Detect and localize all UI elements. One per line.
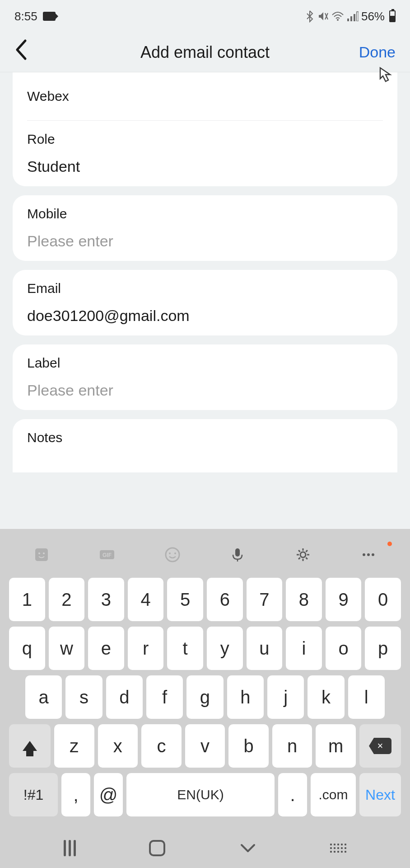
svg-point-12 (174, 552, 176, 554)
keyboard-keys: 1 2 3 4 5 6 7 8 9 0 q w e r t y u i o p … (0, 574, 410, 828)
role-label: Role (27, 132, 383, 147)
navigation-bar (0, 828, 410, 868)
svg-point-7 (43, 552, 45, 554)
key-l[interactable]: l (348, 675, 385, 719)
key-4[interactable]: 4 (128, 578, 164, 621)
key-comma[interactable]: , (61, 773, 90, 816)
svg-point-14 (300, 552, 306, 557)
key-0[interactable]: 0 (365, 578, 401, 621)
gear-icon[interactable] (294, 545, 312, 564)
key-r[interactable]: r (128, 627, 164, 670)
svg-point-17 (372, 553, 374, 556)
key-a[interactable]: a (25, 675, 62, 719)
nav-back-button[interactable] (239, 841, 257, 855)
key-row-4: z x c v b n m × (9, 724, 401, 768)
key-backspace[interactable]: × (359, 724, 401, 768)
key-space[interactable]: EN(UK) (126, 773, 275, 816)
emoji-icon[interactable] (163, 545, 182, 564)
card-mobile: Mobile (13, 195, 397, 261)
field-label[interactable]: Label (27, 344, 383, 410)
label-label: Label (27, 355, 383, 371)
key-v[interactable]: v (185, 724, 225, 768)
key-row-2: q w e r t y u i o p (9, 627, 401, 670)
key-c[interactable]: c (141, 724, 182, 768)
svg-point-15 (363, 553, 365, 556)
label-input[interactable] (27, 382, 383, 399)
key-next[interactable]: Next (359, 773, 401, 816)
wifi-icon (331, 11, 344, 21)
key-u[interactable]: u (247, 627, 283, 670)
bluetooth-icon (305, 10, 314, 23)
key-f[interactable]: f (146, 675, 183, 719)
svg-point-0 (337, 19, 339, 21)
key-9[interactable]: 9 (326, 578, 362, 621)
key-q[interactable]: q (9, 627, 45, 670)
key-i[interactable]: i (286, 627, 322, 670)
key-2[interactable]: 2 (49, 578, 85, 621)
field-role[interactable]: Role Student (27, 121, 383, 186)
back-button[interactable] (14, 39, 28, 66)
chevron-left-icon (14, 39, 28, 61)
key-g[interactable]: g (186, 675, 223, 719)
key-com[interactable]: .com (311, 773, 356, 816)
key-h[interactable]: h (227, 675, 264, 719)
field-notes[interactable]: Notes (27, 419, 383, 445)
key-j[interactable]: j (267, 675, 304, 719)
key-d[interactable]: d (106, 675, 143, 719)
svg-rect-4 (357, 12, 359, 21)
key-7[interactable]: 7 (247, 578, 283, 621)
email-label: Email (27, 281, 383, 296)
status-left: 8:55 (14, 9, 56, 24)
key-z[interactable]: z (54, 724, 94, 768)
done-button[interactable]: Done (359, 43, 396, 61)
key-k[interactable]: k (308, 675, 344, 719)
key-y[interactable]: y (207, 627, 243, 670)
battery-percent: 56% (361, 9, 385, 24)
card-webex-role: Webex Role Student (13, 72, 397, 186)
key-w[interactable]: w (49, 627, 85, 670)
svg-rect-5 (35, 548, 48, 561)
key-p[interactable]: p (365, 627, 401, 670)
nav-home-button[interactable] (149, 840, 165, 856)
svg-rect-13 (235, 548, 240, 557)
nav-recents-button[interactable] (64, 840, 76, 856)
key-at[interactable]: @ (94, 773, 123, 816)
key-b[interactable]: b (228, 724, 269, 768)
key-3[interactable]: 3 (88, 578, 124, 621)
field-email[interactable]: Email doe301200@gmail.com (27, 270, 383, 335)
form-content: Webex Role Student Mobile Email doe30120… (0, 72, 410, 472)
key-n[interactable]: n (272, 724, 312, 768)
key-dot[interactable]: . (278, 773, 307, 816)
key-t[interactable]: t (167, 627, 203, 670)
status-time: 8:55 (14, 9, 37, 24)
key-6[interactable]: 6 (207, 578, 243, 621)
key-5[interactable]: 5 (167, 578, 203, 621)
notes-label: Notes (27, 430, 383, 445)
key-1[interactable]: 1 (9, 578, 45, 621)
key-shift[interactable] (9, 724, 51, 768)
app-bar: Add email contact Done (0, 33, 410, 72)
field-mobile[interactable]: Mobile (27, 195, 383, 261)
key-symbols[interactable]: !#1 (9, 773, 58, 816)
microphone-icon[interactable] (228, 545, 247, 564)
svg-rect-1 (347, 19, 349, 21)
key-s[interactable]: s (65, 675, 102, 719)
status-bar: 8:55 56% (0, 0, 410, 33)
status-right: 56% (305, 9, 396, 24)
key-m[interactable]: m (316, 724, 356, 768)
video-record-icon (43, 12, 56, 21)
mobile-input[interactable] (27, 232, 383, 250)
sticker-icon[interactable] (32, 545, 51, 564)
field-webex[interactable]: Webex (27, 72, 383, 121)
more-icon[interactable] (359, 545, 378, 564)
key-x[interactable]: x (98, 724, 138, 768)
page-title: Add email contact (140, 43, 270, 62)
key-e[interactable]: e (88, 627, 124, 670)
key-o[interactable]: o (326, 627, 362, 670)
mute-icon (317, 10, 329, 22)
email-value: doe301200@gmail.com (27, 307, 383, 325)
key-8[interactable]: 8 (286, 578, 322, 621)
nav-keyboard-button[interactable] (330, 844, 346, 853)
gif-icon[interactable]: GIF (98, 545, 116, 564)
key-row-1: 1 2 3 4 5 6 7 8 9 0 (9, 578, 401, 621)
